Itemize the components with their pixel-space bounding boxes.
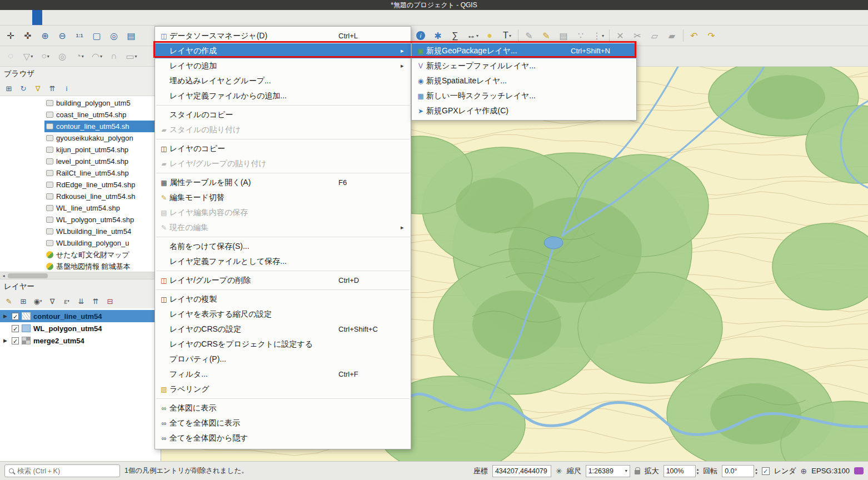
- magnifier-spinner[interactable]: ▴ ▾: [664, 465, 699, 477]
- add-layer-item[interactable]: レイヤの追加 ▸: [155, 58, 411, 73]
- zoom-full-extent-button[interactable]: ▢: [88, 28, 106, 43]
- spin-up-icon[interactable]: ▴: [755, 467, 757, 471]
- refresh-browser-button[interactable]: ↻: [17, 82, 30, 94]
- float-panel-button[interactable]: [137, 282, 147, 292]
- create-layer-item[interactable]: レイヤの作成 ▸: [155, 43, 411, 58]
- menubar-item-processing[interactable]: [102, 10, 112, 25]
- browser-item[interactable]: RailCt_line_utm54.shp: [44, 167, 161, 179]
- zoom-to-layer-button[interactable]: ▤: [123, 28, 140, 43]
- remove-layer-group-item[interactable]: ◫ レイヤ/グループの削除 Ctrl+D: [155, 273, 411, 288]
- chevron-down-icon[interactable]: ▾: [625, 468, 627, 473]
- menubar-item-plugins[interactable]: [52, 10, 62, 25]
- menubar-item-settings[interactable]: [42, 10, 52, 25]
- embed-layers-item[interactable]: 埋め込みレイヤとグループ...: [155, 73, 411, 88]
- browser-item[interactable]: gyouseikukaku_polygon: [44, 132, 161, 144]
- set-scale-visibility-item[interactable]: レイヤを表示する縮尺の設定: [155, 307, 411, 322]
- undo-button[interactable]: ↶: [686, 28, 703, 43]
- filter-by-expression-button[interactable]: ε ▾: [60, 295, 73, 307]
- layer-properties-item[interactable]: プロパティ(P)...: [155, 352, 411, 367]
- draw-rectangle-button[interactable]: ▭ ▾: [123, 48, 140, 64]
- copy-style-item[interactable]: スタイルのコピー: [155, 107, 411, 122]
- zoom-out-button[interactable]: ⊖: [54, 28, 71, 43]
- digitize-shape-button[interactable]: ◌: [2, 48, 19, 64]
- show-all-in-overview-item[interactable]: ∞ 全てを全体図に表示: [155, 416, 411, 431]
- save-as-item[interactable]: 名前をつけて保存(S)...: [155, 239, 411, 254]
- collapse-all-button[interactable]: ⇈: [46, 82, 59, 94]
- scrollbar-thumb[interactable]: [8, 273, 48, 278]
- show-in-overview-item[interactable]: ∞ 全体図に表示: [155, 401, 411, 416]
- spin-down-icon[interactable]: ▾: [697, 471, 699, 475]
- messages-icon[interactable]: [854, 467, 864, 474]
- browser-item[interactable]: building_polygon_utm5: [44, 97, 161, 109]
- redo-button[interactable]: ↷: [703, 28, 720, 43]
- open-layer-styling-button[interactable]: ✎: [2, 295, 16, 307]
- remove-layer-button[interactable]: ⊟: [103, 295, 117, 307]
- magnifier-input[interactable]: [664, 465, 696, 477]
- scale-combo[interactable]: 1:26389 ▾: [586, 465, 630, 477]
- browser-item[interactable]: せたな町文化財マップ: [44, 249, 161, 261]
- draw-regular-polygon-button[interactable]: ◠ ▾: [88, 48, 106, 64]
- new-geopackage-layer-item[interactable]: ▣ 新規GeoPackageレイヤ... Ctrl+Shift+N: [412, 43, 636, 58]
- menubar-item-vector[interactable]: [62, 10, 72, 25]
- search-input[interactable]: [17, 467, 116, 475]
- render-checkbox[interactable]: ✓: [762, 467, 770, 475]
- copy-features-button[interactable]: ▱: [646, 28, 664, 43]
- filter-item[interactable]: フィルタ... Ctrl+F: [155, 367, 411, 382]
- browser-item[interactable]: coast_line_utm54.shp: [44, 109, 161, 121]
- duplicate-layer-item[interactable]: ◫ レイヤの複製: [155, 292, 411, 307]
- menubar-item-view[interactable]: [22, 10, 32, 25]
- menubar-item-database[interactable]: [82, 10, 92, 25]
- menubar-item-raster[interactable]: [72, 10, 82, 25]
- browser-item[interactable]: WL_polygon_utm54.shp: [44, 214, 161, 226]
- stream-digitize-button[interactable]: ▽ ▾: [19, 48, 37, 64]
- crs-status[interactable]: EPSG:3100: [811, 467, 850, 475]
- browser-item[interactable]: WLbuilding_polygon_u: [44, 237, 161, 249]
- add-from-layer-definition-item[interactable]: レイヤ定義ファイルからの追加...: [155, 88, 411, 103]
- set-layer-crs-item[interactable]: レイヤのCRSの設定 Ctrl+Shift+C: [155, 322, 411, 337]
- menubar-item-help[interactable]: [112, 10, 122, 25]
- layer-checkbox[interactable]: ✓: [12, 313, 19, 320]
- rotation-spinner[interactable]: ▴ ▾: [722, 465, 757, 477]
- rotation-input[interactable]: [722, 465, 754, 477]
- spinner-arrows[interactable]: ▴ ▾: [755, 467, 757, 475]
- browser-item[interactable]: WLbuilding_line_utm54: [44, 226, 161, 237]
- set-project-crs-from-layer-item[interactable]: レイヤのCRSをプロジェクトに設定する: [155, 337, 411, 352]
- new-spatialite-layer-item[interactable]: ◉ 新規SpatiaLiteレイヤ...: [412, 73, 636, 88]
- pan-map-button[interactable]: ✛: [2, 28, 19, 43]
- add-selected-layers-button[interactable]: ⊞: [2, 82, 16, 94]
- manage-map-themes-button[interactable]: ◉ ▾: [31, 295, 44, 307]
- collapse-all-button[interactable]: ⇈: [89, 295, 102, 307]
- new-shapefile-layer-item[interactable]: V 新規シェープファイルレイヤ...: [412, 58, 636, 73]
- copy-layer-item[interactable]: ◫ レイヤのコピー: [155, 141, 411, 156]
- menubar-item-web[interactable]: [92, 10, 102, 25]
- browser-item[interactable]: 基盤地図情報 館城基本: [44, 261, 161, 272]
- add-group-button[interactable]: ⊞: [17, 295, 30, 307]
- draw-ellipse-button[interactable]: ◔ ▾: [71, 48, 88, 64]
- lock-scale-icon[interactable]: [635, 470, 640, 474]
- toggle-editing-item[interactable]: ✎ 編集モード切替: [155, 190, 411, 205]
- layer-row[interactable]: ✓ WL_polygon_utm54: [0, 322, 161, 334]
- filter-browser-button[interactable]: ∇: [31, 82, 44, 94]
- draw-circle-button[interactable]: ○ ▾: [37, 48, 54, 64]
- zoom-native-button[interactable]: 1:1: [71, 28, 88, 43]
- data-source-manager-item[interactable]: ◫ データソースマネージャ(D) Ctrl+L: [155, 28, 411, 43]
- browser-item[interactable]: RdEdge_line_utm54.shp: [44, 179, 161, 191]
- scroll-left-icon[interactable]: ◂: [0, 272, 7, 279]
- new-gpx-layer-item[interactable]: ➤ 新規GPXレイヤ作成(C): [412, 103, 636, 118]
- locator-search[interactable]: [4, 464, 120, 477]
- layer-checkbox[interactable]: ✓: [12, 325, 19, 332]
- browser-horizontal-scrollbar[interactable]: ◂ ▸: [0, 272, 161, 279]
- browser-item[interactable]: WL_line_utm54.shp: [44, 202, 161, 214]
- layer-checkbox[interactable]: ✓: [12, 337, 19, 344]
- filter-legend-button[interactable]: ∇: [46, 295, 59, 307]
- spinner-arrows[interactable]: ▴ ▾: [697, 467, 699, 475]
- toggle-extents-icon[interactable]: ✳: [556, 467, 562, 476]
- menubar-item-edit[interactable]: [12, 10, 22, 25]
- browser-item[interactable]: level_point_utm54.shp: [44, 156, 161, 167]
- labeling-item[interactable]: ▧ ラベリング: [155, 382, 411, 397]
- open-attribute-table-item[interactable]: ▦ 属性テーブルを開く(A) F6: [155, 175, 411, 190]
- menubar-item-project[interactable]: [2, 10, 12, 25]
- draw-circle-2pt-button[interactable]: ◎: [54, 48, 71, 64]
- browser-item[interactable]: Rdkousei_line_utm54.sh: [44, 191, 161, 202]
- coordinate-input[interactable]: [492, 465, 551, 477]
